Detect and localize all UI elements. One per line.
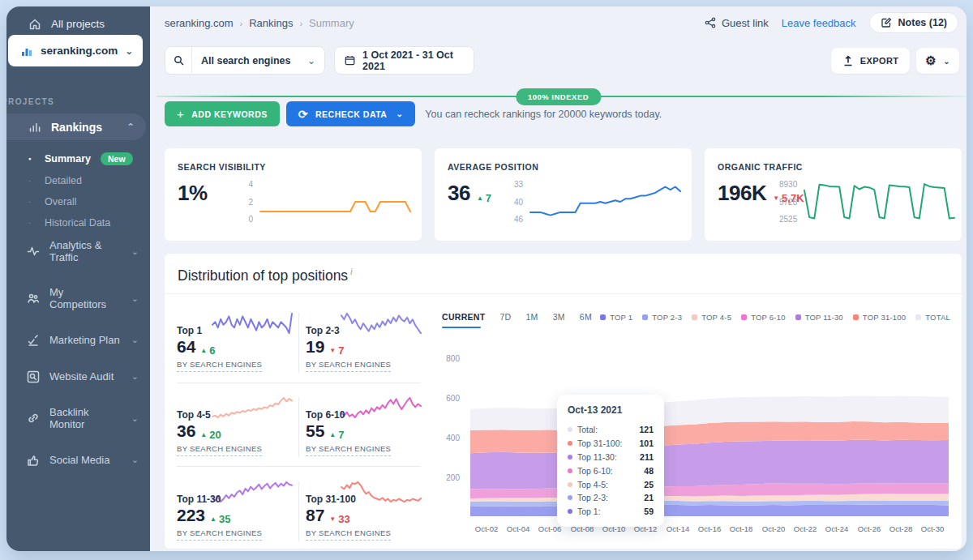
tab-6m[interactable]: 6M (580, 312, 592, 322)
tooltip-row: Total:121 (568, 423, 654, 437)
sidebar-item-detailed[interactable]: · Detailed (6, 170, 150, 191)
sidebar-item-summary[interactable]: ▪ Summary New (6, 147, 150, 170)
y-axis-label: 600 (432, 394, 460, 403)
divider (298, 397, 299, 457)
project-selector[interactable]: seranking.com ⌄ (8, 35, 143, 66)
legend-swatch (741, 314, 747, 320)
breadcrumb-project[interactable]: seranking.com (165, 17, 234, 29)
thumb-icon (26, 453, 40, 467)
plan-icon (26, 333, 40, 347)
legend-swatch (600, 314, 606, 320)
sparkline (212, 394, 292, 421)
main-content: seranking.com › Rankings › Summary Guest… (150, 6, 967, 551)
x-axis-label: Oct-02 (475, 524, 499, 533)
x-axis-label: Oct-22 (794, 524, 817, 533)
all-projects-link[interactable]: All projects (6, 6, 150, 31)
date-range-value: 1 Oct 2021 - 31 Oct 2021 (362, 49, 464, 72)
y-axis-label: 200 (432, 473, 460, 482)
x-axis-label: Oct-24 (825, 524, 849, 533)
chevron-down-icon: ⌄ (943, 57, 950, 66)
card-title: AVERAGE POSITION (448, 162, 679, 172)
tab-7d[interactable]: 7D (499, 312, 511, 322)
x-axis-label: Oct-14 (667, 524, 690, 533)
sidebar-item-rankings[interactable]: Rankings ⌃ (6, 113, 146, 140)
by-search-engines-link[interactable]: BY SEARCH ENGINES (177, 528, 262, 541)
sparkline (341, 394, 421, 421)
legend-item[interactable]: TOTAL (915, 313, 950, 322)
chart-period-tabs: CURRENT 7D 1M 3M 6M (442, 312, 592, 322)
sidebar-item-analytics-traffic[interactable]: Analytics & Traffic ⌄ (6, 232, 150, 271)
rankings-label: Rankings (51, 121, 102, 134)
date-range-picker[interactable]: 1 Oct 2021 - 31 Oct 2021 (334, 46, 474, 75)
average-position-card: AVERAGE POSITION 36 ▲7 334046 (435, 148, 692, 241)
divider (298, 481, 299, 541)
position-cell-top1: Top 1 64 ▲6 BY SEARCH ENGINES (177, 306, 292, 383)
sidebar-item-marketing-plan[interactable]: Marketing Plan ⌄ (6, 326, 150, 354)
legend-swatch (642, 314, 648, 320)
legend-item[interactable]: TOP 4-5 (692, 313, 731, 322)
tab-current[interactable]: CURRENT (442, 312, 485, 322)
distribution-card: Distribution of top positionsi Top 1 64 … (165, 254, 962, 549)
card-value: 196K (718, 181, 766, 206)
breadcrumb-separator: › (240, 19, 243, 28)
plus-icon: + (177, 107, 184, 121)
legend-item[interactable]: TOP 1 (600, 313, 632, 322)
legend-swatch (795, 314, 801, 320)
search-engine-value: All search engines (192, 55, 290, 66)
tooltip-row: Top 6-10:48 (568, 464, 654, 477)
sidebar-item-website-audit[interactable]: Website Audit ⌄ (6, 362, 150, 391)
sparkline (212, 478, 292, 506)
home-icon (28, 17, 41, 31)
project-chart-icon (19, 44, 33, 58)
legend-swatch (915, 314, 921, 320)
card-title: ORGANIC TRAFFIC (718, 162, 949, 172)
x-axis-label: Oct-28 (889, 524, 913, 533)
by-search-engines-link[interactable]: BY SEARCH ENGINES (177, 360, 262, 372)
note-edit-icon (881, 17, 892, 28)
organic-traffic-chart: 893057282525 (779, 179, 950, 224)
by-search-engines-link[interactable]: BY SEARCH ENGINES (306, 444, 391, 456)
bullet-icon: ▪ (28, 155, 36, 163)
tab-3m[interactable]: 3M (553, 312, 565, 322)
leave-feedback-link[interactable]: Leave feedback (782, 17, 856, 29)
chart-y-axis: 334046 (509, 179, 523, 224)
tab-1m[interactable]: 1M (525, 312, 538, 322)
by-search-engines-link[interactable]: BY SEARCH ENGINES (306, 528, 391, 541)
search-visibility-chart: 420 (239, 179, 410, 224)
positions-stacked-chart (470, 353, 962, 516)
by-search-engines-link[interactable]: BY SEARCH ENGINES (177, 444, 262, 456)
tooltip-date: Oct-13 2021 (568, 404, 654, 416)
sidebar-menu: Analytics & Traffic ⌄ My Competitors ⌄ M… (6, 232, 150, 474)
header-actions: Guest link Leave feedback Notes (12) (705, 12, 958, 33)
chevron-down-icon: ⌄ (131, 455, 139, 465)
gear-icon: ⚙ (925, 53, 937, 68)
search-engine-select[interactable]: All search engines ⌄ (165, 46, 325, 75)
legend-item[interactable]: TOP 31-100 (853, 313, 906, 322)
export-button[interactable]: EXPORT (831, 48, 911, 74)
sidebar-item-historical-data[interactable]: · Historical Data (6, 212, 150, 233)
breadcrumb-rankings[interactable]: Rankings (249, 17, 293, 29)
legend-item[interactable]: TOP 6-10 (741, 313, 785, 322)
info-icon[interactable]: i (350, 267, 352, 276)
notes-button[interactable]: Notes (12) (869, 12, 958, 33)
card-value: 1% (178, 181, 208, 206)
sidebar-item-backlink-monitor[interactable]: Backlink Monitor ⌄ (6, 399, 150, 438)
sidebar-item-overall[interactable]: · Overall (6, 191, 150, 212)
card-delta: ▲7 (477, 192, 491, 204)
divider (177, 466, 421, 467)
recheck-data-button[interactable]: ⟳ RECHECK DATA ⌄ (286, 101, 416, 126)
legend-item[interactable]: TOP 11-30 (795, 313, 843, 322)
guest-link-button[interactable]: Guest link (705, 17, 769, 29)
add-keywords-button[interactable]: + ADD KEYWORDS (165, 101, 280, 126)
sidebar-item-social-media[interactable]: Social Media ⌄ (6, 446, 150, 474)
settings-button[interactable]: ⚙ ⌄ (916, 48, 959, 74)
divider (298, 313, 299, 373)
sidebar-item-my-competitors[interactable]: My Competitors ⌄ (6, 279, 150, 318)
y-axis-label: 800 (432, 354, 460, 363)
distribution-title: Distribution of top positionsi (178, 267, 352, 284)
tooltip-row: Top 4-5:25 (568, 477, 654, 491)
chevron-down-icon: ⌄ (131, 293, 139, 304)
legend-item[interactable]: TOP 2-3 (642, 313, 682, 322)
breadcrumb-summary: Summary (309, 17, 354, 29)
by-search-engines-link[interactable]: BY SEARCH ENGINES (306, 360, 391, 372)
